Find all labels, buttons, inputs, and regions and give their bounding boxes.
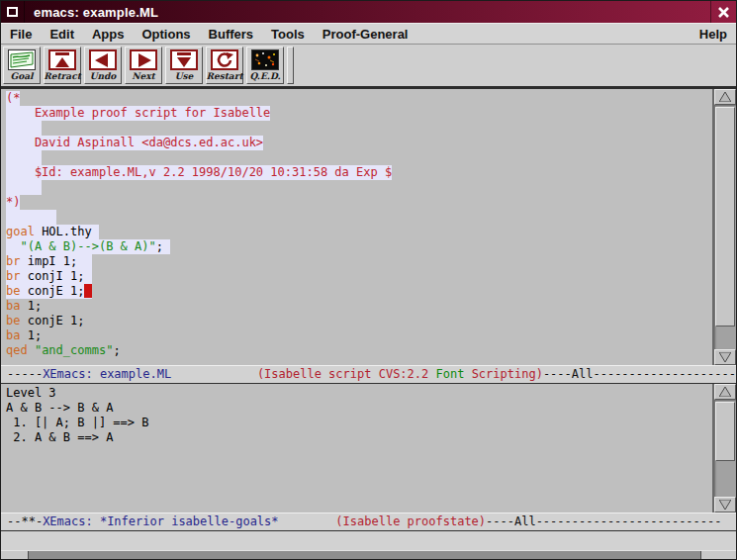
code-segment: HOL.thy [35,225,99,238]
scrollbar-thumb[interactable] [715,402,735,461]
retract-button-label: Retract [44,71,81,81]
code-line: *) [6,195,712,210]
modeline-segment: (Isabelle script CVS:2.2 [257,367,436,381]
xemacs-window: emacs: example.ML File Edit Apps Options… [0,0,737,560]
code-segment: 2. A & B ==> A [6,430,113,444]
code-segment: David Aspinall <da@dcs.ed.ac.uk> [6,136,263,149]
code-line: "(A & B)-->(B & A)"; [6,239,712,254]
undo-button-label: Undo [90,71,117,81]
echo-area[interactable] [1,531,736,550]
menu-file[interactable]: File [10,27,32,42]
code-segment [6,180,42,194]
menu-buffers[interactable]: Buffers [209,27,254,42]
goals-scrollbar[interactable] [712,384,736,513]
code-line: Level 3 [6,386,712,401]
scroll-down-button[interactable] [714,349,736,365]
modeline-goals: --**-XEmacs: *Inferior isabelle-goals* (… [1,513,736,531]
qed-button[interactable]: Q.E.D. [246,47,284,84]
qed-button-label: Q.E.D. [249,71,280,81]
code-segment: A & B --> B & A [6,401,113,415]
bottom-track [29,551,700,560]
code-segment: be [6,314,20,327]
scroll-up-button[interactable] [714,89,736,105]
code-line: 2. A & B ==> A [6,430,712,445]
code-segment: "and_comms" [35,343,113,357]
code-segment: ; [156,239,170,253]
menu-help[interactable]: Help [699,27,727,42]
use-button-label: Use [175,71,194,81]
bottom-right-handle[interactable] [700,551,736,560]
modeline-script: -----XEmacs: example.ML (Isabelle script… [1,365,736,384]
code-line: Example proof script for Isabelle [6,106,712,121]
code-segment [6,239,20,253]
scroll-up-button[interactable] [714,384,736,400]
script-scrollbar[interactable] [712,89,736,365]
goals-buffer[interactable]: Level 3A & B --> B & A 1. [| A; B |] ==>… [1,384,712,513]
code-segment: br [6,254,20,268]
code-segment: Example proof script for Isabelle [6,106,270,120]
restart-button[interactable]: Restart [206,47,243,84]
code-segment: ba [6,299,20,313]
restart-button-label: Restart [206,71,242,81]
window-title: emacs: example.ML [25,1,710,23]
scrollbar-track[interactable] [714,105,736,349]
x-close-icon [717,6,730,19]
script-window: (* Example proof script for Isabelle Dav… [1,89,736,365]
code-segment [6,121,42,135]
code-line: goal HOL.thy [6,225,712,239]
code-segment [28,343,35,357]
script-buffer[interactable]: (* Example proof script for Isabelle Dav… [1,89,712,365]
code-segment: qed [6,343,28,357]
scrollbar-thumb[interactable] [715,107,735,327]
arrow-down-icon [719,500,731,510]
menu-bar: File Edit Apps Options Buffers Tools Pro… [1,23,736,45]
menu-apps[interactable]: Apps [92,27,125,42]
next-icon [130,49,157,70]
modeline-segment: ----- [7,367,43,381]
menu-proof-general[interactable]: Proof-General [322,27,409,42]
retract-icon [48,49,76,70]
code-segment [6,210,56,224]
retract-button[interactable]: Retract [44,47,81,84]
menu-options[interactable]: Options [141,27,190,42]
code-line: qed "and_comms"; [6,343,712,358]
window-menu-button[interactable] [1,1,25,23]
code-line: David Aspinall <da@dcs.ed.ac.uk> [6,136,712,150]
code-line [6,121,712,136]
close-button[interactable] [710,1,736,23]
goals-window: Level 3A & B --> B & A 1. [| A; B |] ==>… [1,384,736,513]
menu-tools[interactable]: Tools [271,27,305,42]
code-segment: conjE 1; [20,314,84,327]
modeline-segment [279,514,336,528]
use-icon [170,49,198,70]
bottom-left-handle[interactable] [1,551,29,560]
code-segment: ; [113,343,120,357]
code-segment: br [6,269,20,283]
modeline-segment: Scripting) [464,367,542,381]
use-button[interactable]: Use [165,47,203,84]
code-segment: $Id: example.ML,v 2.2 1998/10/20 10:31:5… [6,165,392,179]
undo-button[interactable]: Undo [84,47,122,84]
code-segment: *) [6,195,20,209]
code-segment: 1. [| A; B |] ==> B [6,416,149,429]
next-button[interactable]: Next [125,47,162,84]
code-line: 1. [| A; B |] ==> B [6,416,712,430]
modeline-segment [171,367,257,381]
scroll-down-button[interactable] [714,497,736,513]
modeline-segment: ----All-------------------------- [543,367,736,381]
code-segment: Level 3 [6,386,56,400]
goal-button[interactable]: Goal [3,47,41,84]
code-line: be conjE 1; [6,284,712,299]
code-segment: be [6,284,20,298]
modeline-segment: ----All-------------------------- [486,514,721,528]
next-button-label: Next [132,71,154,81]
code-line [6,150,712,165]
title-bar[interactable]: emacs: example.ML [1,1,736,23]
code-line: br impI 1; [6,254,712,269]
menu-edit[interactable]: Edit [49,27,74,42]
window-menu-square-icon [7,7,18,17]
toolbar-separator [287,47,294,84]
code-segment: conjI 1; [20,269,91,283]
scrollbar-track[interactable] [714,400,736,497]
bottom-frame-strip [1,550,736,560]
